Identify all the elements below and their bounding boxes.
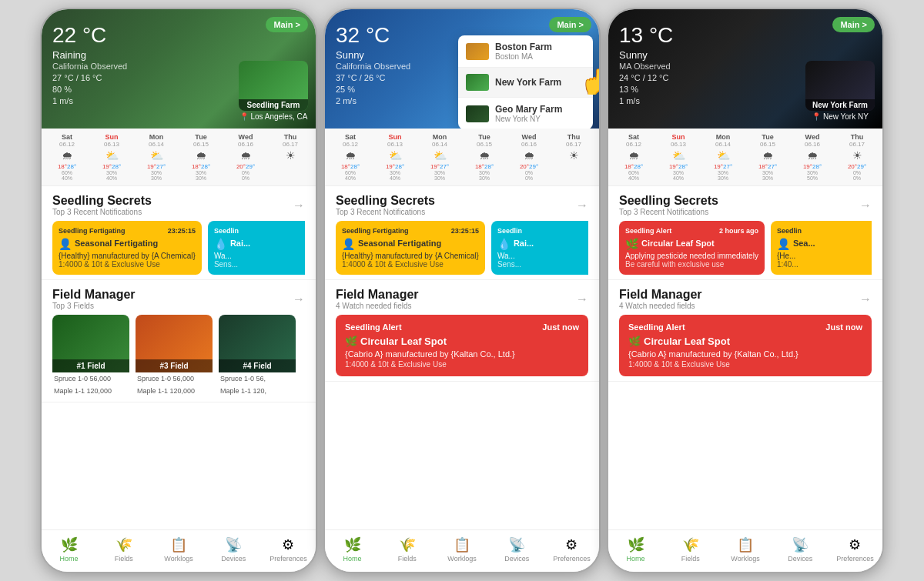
notification-card[interactable]: Seedling Fertigating 23:25:15 👤 Seasonal… (52, 221, 202, 275)
nav-item-preferences[interactable]: ⚙ Preferences (544, 536, 599, 563)
alert-card[interactable]: Seedling Alert Just now 🌿 Circular Leaf … (619, 315, 872, 376)
alert-card[interactable]: Seedling Alert Just now 🌿 Circular Leaf … (336, 315, 588, 376)
forecast-precip2: 30% (151, 175, 162, 181)
weather-condition: Raining (52, 49, 305, 61)
field-manager-section: Field Manager 4 Watch needed fields → Se… (608, 280, 882, 382)
field-manager-arrow[interactable]: → (859, 292, 872, 306)
nav-label-preferences: Preferences (270, 555, 307, 563)
forecast-icon: ⛅ (105, 149, 119, 162)
forecast-precip: 30% (673, 170, 684, 175)
notification-card[interactable]: Seedlin 👤 Sea... {He... 1:40... (771, 221, 872, 275)
main-button[interactable]: Main > (266, 17, 308, 32)
nav-item-devices[interactable]: 📡 Devices (206, 536, 261, 563)
forecast-day: Mon 06.14 ⛅ 19°27° 30% 30% (417, 133, 462, 181)
forecast-precip2: 30% (718, 175, 728, 181)
dropdown-farm-item[interactable]: Boston FarmBoston MA (458, 35, 593, 68)
forecast-date: 06.15 (760, 141, 775, 148)
forecast-date: 06.16 (521, 141, 537, 148)
seedling-arrow[interactable]: → (576, 199, 588, 212)
forecast-icon: 🌧 (807, 149, 818, 162)
forecast-date: 06.13 (671, 141, 686, 148)
forecast-date: 06.16 (805, 141, 820, 148)
forecast-day-name: Thu (851, 133, 864, 141)
nav-item-devices[interactable]: 📡 Devices (773, 536, 828, 563)
dropdown-farm-item[interactable]: New York Farm (458, 68, 593, 98)
nav-item-fields[interactable]: 🌾 Fields (96, 536, 151, 563)
forecast-icon: ⛅ (717, 149, 730, 162)
main-button[interactable]: Main > (832, 17, 875, 32)
notif-body: {Healthy} manufactured by {A Chemical} (342, 252, 479, 260)
farm-badge: New York Farm📍 New York NY (805, 61, 875, 121)
field-manager-arrow[interactable]: → (293, 292, 305, 306)
forecast-precip: 30% (434, 170, 445, 175)
field-card[interactable]: #1 Field Spruce 1-0 56,000 Maple 1-1 120… (52, 315, 129, 397)
seedling-section: Seedling Secrets Top 3 Recent Notificati… (42, 186, 316, 280)
forecast-day-name: Wed (522, 133, 537, 141)
forecast-icon: 🌧 (345, 149, 356, 162)
nav-item-worklogs[interactable]: 📋 Worklogs (718, 536, 772, 563)
dropdown-farm-name: New York Farm (495, 77, 585, 88)
field-manager-title: Field Manager (336, 288, 419, 302)
seedling-arrow[interactable]: → (859, 199, 872, 212)
forecast-day-name: Thu (284, 133, 297, 141)
notif-header: Seedlin (214, 227, 305, 235)
forecast-precip: 60% (62, 170, 72, 175)
bottom-nav: 🌿 Home 🌾 Fields 📋 Worklogs 📡 Devices ⚙ P… (608, 529, 882, 572)
nav-item-preferences[interactable]: ⚙ Preferences (828, 536, 882, 563)
nav-item-fields[interactable]: 🌾 Fields (380, 536, 434, 563)
nav-label-worklogs: Worklogs (447, 555, 476, 563)
seedling-arrow[interactable]: → (293, 199, 305, 212)
notif-time: 23:25:15 (168, 227, 196, 235)
forecast-date: 06.16 (238, 141, 253, 148)
forecast-day: Tue 06.15 🌧 18°28° 30% 30% (462, 133, 507, 181)
bottom-nav: 🌿 Home 🌾 Fields 📋 Worklogs 📡 Devices ⚙ P… (325, 529, 599, 572)
forecast-temps: 18°28° (192, 163, 210, 170)
field-manager-arrow[interactable]: → (576, 292, 588, 306)
forecast-day: Thu 06.17 ☀ (268, 133, 313, 181)
forecast-date: 06.12 (626, 141, 641, 148)
bottom-nav: 🌿 Home 🌾 Fields 📋 Worklogs 📡 Devices ⚙ P… (42, 529, 316, 572)
field-card[interactable]: #3 Field Spruce 1-0 56,000 Maple 1-1 120… (136, 315, 213, 397)
notif-title: Seasonal Fertigating (75, 239, 158, 248)
notif-type: Seedlin (214, 227, 239, 235)
notif-type: Seedlin (497, 227, 522, 235)
alert-body: {Cabrio A} manufactured by {Kaltan Co., … (345, 349, 579, 359)
field-manager-title: Field Manager (619, 288, 702, 302)
forecast-date: 06.12 (59, 141, 75, 148)
nav-icon-worklogs: 📋 (737, 536, 754, 553)
forecast-precip: 0% (242, 170, 249, 175)
forecast-day: Sun 06.13 ⛅ 19°28° 30% 40% (89, 133, 134, 181)
forecast-day-name: Sun (672, 133, 685, 141)
farm-dropdown[interactable]: Boston FarmBoston MANew York FarmGeo Mar… (458, 35, 593, 129)
notification-card[interactable]: Seedling Fertigating 23:25:15 👤 Seasonal… (336, 221, 485, 275)
nav-item-home[interactable]: 🌿 Home (608, 536, 663, 563)
forecast-date: 06.15 (193, 141, 209, 148)
forecast-icon: 🌧 (240, 149, 251, 162)
notification-card[interactable]: Seedlin 💧 Rai... Wa... Sens... (491, 221, 588, 275)
nav-label-devices: Devices (221, 555, 246, 563)
field-card[interactable]: #4 Field Spruce 1-0 56, Maple 1-1 120, (219, 315, 296, 397)
nav-item-home[interactable]: 🌿 Home (42, 536, 96, 563)
notification-card[interactable]: Seedling Alert 2 hours ago 🌿 Circular Le… (619, 221, 765, 275)
alert-title: 🌿 Circular Leaf Spot (628, 336, 862, 347)
forecast-precip: 30% (807, 170, 818, 175)
forecast-date: 06.17 (566, 141, 581, 148)
notification-card[interactable]: Seedlin 💧 Rai... Wa... Sens... (208, 221, 305, 275)
alert-type: Seedling Alert (628, 322, 685, 332)
dropdown-farm-item[interactable]: Geo Mary FarmNew York NY (458, 98, 593, 129)
forecast-temps: 19°27° (147, 163, 166, 170)
main-button[interactable]: Main > (549, 17, 591, 32)
nav-item-worklogs[interactable]: 📋 Worklogs (151, 536, 206, 563)
forecast-precip: 60% (345, 170, 356, 175)
nav-item-fields[interactable]: 🌾 Fields (663, 536, 718, 563)
nav-item-preferences[interactable]: ⚙ Preferences (261, 536, 316, 563)
field-manager-title: Field Manager (52, 288, 136, 302)
forecast-day-name: Sat (345, 133, 356, 141)
nav-item-worklogs[interactable]: 📋 Worklogs (434, 536, 489, 563)
forecast-day: Wed 06.16 🌧 19°28° 30% 50% (790, 133, 835, 181)
forecast-day-name: Tue (195, 133, 206, 141)
nav-item-devices[interactable]: 📡 Devices (490, 536, 544, 563)
nav-item-home[interactable]: 🌿 Home (325, 536, 380, 563)
forecast-day-name: Sat (62, 133, 72, 141)
forecast-date: 06.15 (477, 141, 492, 148)
